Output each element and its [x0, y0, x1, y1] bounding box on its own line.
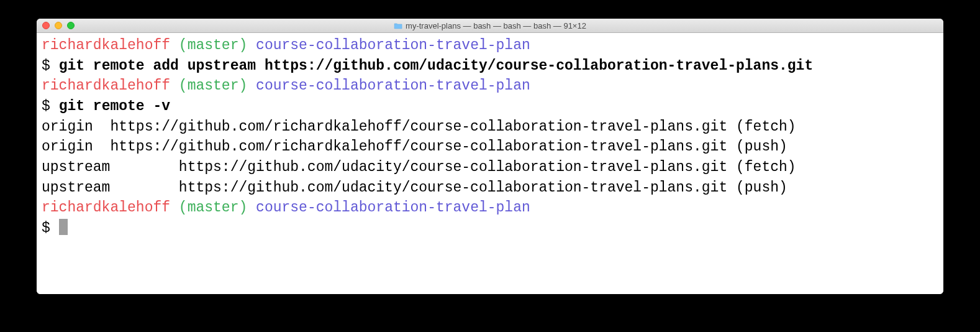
prompt-branch: (master)	[179, 200, 247, 216]
window-title: my-travel-plans — bash — bash — bash — 9…	[406, 21, 586, 30]
minimize-button[interactable]	[55, 22, 62, 29]
title-content: my-travel-plans — bash — bash — bash — 9…	[394, 21, 586, 30]
output-line: upstream https://github.com/udacity/cour…	[42, 157, 938, 178]
prompt-symbol: $	[42, 58, 50, 74]
command-line: $ git remote -v	[42, 96, 938, 117]
prompt-line: richardkalehoff (master) course-collabor…	[42, 76, 938, 96]
prompt-path: course-collaboration-travel-plan	[256, 200, 530, 216]
prompt-path: course-collaboration-travel-plan	[256, 78, 530, 94]
prompt-line: richardkalehoff (master) course-collabor…	[42, 198, 938, 218]
titlebar[interactable]: my-travel-plans — bash — bash — bash — 9…	[37, 19, 943, 33]
command-text: git remote -v	[59, 98, 170, 114]
prompt-line: richardkalehoff (master) course-collabor…	[42, 35, 938, 56]
folder-icon	[394, 22, 402, 29]
prompt-symbol: $	[42, 98, 50, 114]
command-line: $ git remote add upstream https://github…	[42, 56, 938, 76]
output-line: upstream https://github.com/udacity/cour…	[42, 178, 938, 198]
current-prompt-line: $	[42, 218, 938, 239]
terminal-body[interactable]: richardkalehoff (master) course-collabor…	[37, 33, 943, 294]
maximize-button[interactable]	[67, 22, 75, 29]
prompt-path: course-collaboration-travel-plan	[256, 37, 530, 53]
terminal-window: my-travel-plans — bash — bash — bash — 9…	[37, 19, 943, 294]
output-line: origin https://github.com/richardkalehof…	[42, 137, 938, 157]
prompt-user: richardkalehoff	[42, 37, 170, 53]
prompt-branch: (master)	[179, 37, 247, 53]
command-text: git remote add upstream https://github.c…	[59, 58, 814, 74]
prompt-user: richardkalehoff	[42, 78, 170, 94]
prompt-symbol: $	[42, 220, 50, 236]
close-button[interactable]	[42, 22, 50, 29]
traffic-lights	[37, 22, 75, 29]
prompt-branch: (master)	[179, 78, 247, 94]
cursor	[59, 219, 68, 235]
output-line: origin https://github.com/richardkalehof…	[42, 117, 938, 137]
prompt-user: richardkalehoff	[42, 200, 170, 216]
